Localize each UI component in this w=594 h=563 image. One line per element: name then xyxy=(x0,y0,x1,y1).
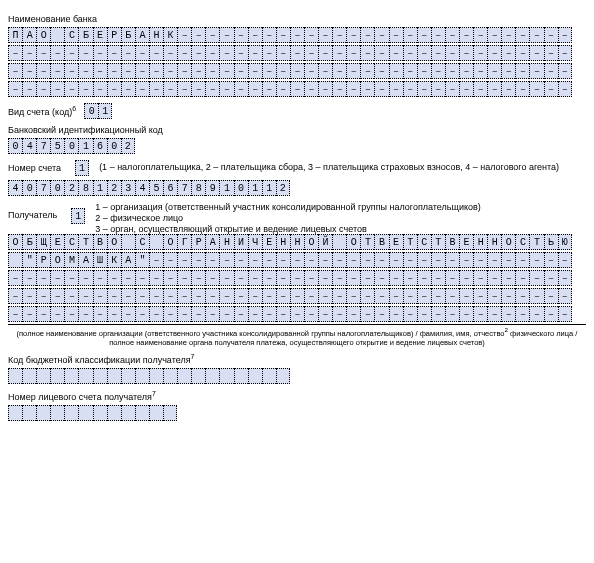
cell[interactable]: – xyxy=(36,45,50,61)
cell[interactable]: – xyxy=(191,81,205,97)
cell[interactable]: В xyxy=(93,234,107,250)
cell[interactable]: – xyxy=(431,81,445,97)
cell[interactable]: – xyxy=(64,63,78,79)
cell[interactable] xyxy=(50,368,64,384)
cell[interactable] xyxy=(36,368,50,384)
cell[interactable]: – xyxy=(191,306,205,322)
cell[interactable]: – xyxy=(332,27,346,43)
cell[interactable]: – xyxy=(290,306,304,322)
cell[interactable]: 0 xyxy=(8,138,22,154)
cell[interactable]: Е xyxy=(93,27,107,43)
cell[interactable]: – xyxy=(93,81,107,97)
cell[interactable]: – xyxy=(403,81,417,97)
cell[interactable]: – xyxy=(544,27,558,43)
cell[interactable]: 0 xyxy=(22,180,36,196)
cell[interactable]: Т xyxy=(431,234,445,250)
cell[interactable]: – xyxy=(318,63,332,79)
cell[interactable]: 2 xyxy=(276,180,290,196)
cell[interactable]: А xyxy=(135,27,149,43)
cell[interactable]: – xyxy=(487,270,501,286)
cell[interactable]: К xyxy=(107,252,121,268)
cell[interactable]: – xyxy=(107,63,121,79)
cell[interactable]: Ь xyxy=(544,234,558,250)
cell[interactable]: О xyxy=(163,234,177,250)
cell[interactable]: – xyxy=(50,270,64,286)
cell[interactable]: – xyxy=(78,81,92,97)
cell[interactable]: – xyxy=(234,81,248,97)
cell[interactable]: – xyxy=(177,252,191,268)
cell[interactable]: – xyxy=(248,63,262,79)
cell[interactable]: – xyxy=(332,45,346,61)
cell[interactable]: 9 xyxy=(205,180,219,196)
cell[interactable]: – xyxy=(445,27,459,43)
cell[interactable]: – xyxy=(262,45,276,61)
cell[interactable]: О xyxy=(304,234,318,250)
cell[interactable]: О xyxy=(8,234,22,250)
cell[interactable]: – xyxy=(149,306,163,322)
cell[interactable]: – xyxy=(290,63,304,79)
cell[interactable]: – xyxy=(205,288,219,304)
cell[interactable] xyxy=(93,368,107,384)
cell[interactable]: – xyxy=(417,63,431,79)
cell[interactable]: – xyxy=(544,270,558,286)
cell[interactable]: 1 xyxy=(75,160,89,176)
cell[interactable]: – xyxy=(163,270,177,286)
cell[interactable]: – xyxy=(473,270,487,286)
cell[interactable]: Н xyxy=(487,234,501,250)
cell[interactable]: – xyxy=(107,306,121,322)
cell[interactable]: С xyxy=(64,234,78,250)
cell[interactable]: – xyxy=(276,252,290,268)
cell[interactable]: – xyxy=(78,63,92,79)
cell[interactable]: – xyxy=(304,288,318,304)
cell[interactable]: С xyxy=(515,234,529,250)
cell[interactable]: Щ xyxy=(36,234,50,250)
cell[interactable]: – xyxy=(529,306,543,322)
cell[interactable]: – xyxy=(445,252,459,268)
cell[interactable] xyxy=(248,368,262,384)
cell[interactable]: – xyxy=(191,270,205,286)
cell[interactable]: – xyxy=(304,45,318,61)
cell[interactable]: – xyxy=(234,306,248,322)
cell[interactable]: – xyxy=(389,288,403,304)
cell[interactable]: – xyxy=(431,27,445,43)
cell[interactable]: – xyxy=(544,81,558,97)
cell[interactable]: – xyxy=(163,45,177,61)
cell[interactable]: – xyxy=(191,45,205,61)
cell[interactable]: – xyxy=(64,288,78,304)
cell[interactable]: – xyxy=(290,81,304,97)
cell[interactable]: – xyxy=(262,63,276,79)
cell[interactable]: – xyxy=(318,306,332,322)
cell[interactable]: – xyxy=(459,252,473,268)
cell[interactable]: – xyxy=(487,81,501,97)
cell[interactable]: – xyxy=(248,288,262,304)
cell[interactable]: – xyxy=(417,27,431,43)
cell[interactable]: – xyxy=(501,45,515,61)
cell[interactable]: 1 xyxy=(93,180,107,196)
cell[interactable]: – xyxy=(50,81,64,97)
cell[interactable]: – xyxy=(459,63,473,79)
cell[interactable]: – xyxy=(93,63,107,79)
cell[interactable]: – xyxy=(191,288,205,304)
cell[interactable]: – xyxy=(64,306,78,322)
cell[interactable]: – xyxy=(219,63,233,79)
cell[interactable]: – xyxy=(149,63,163,79)
cell[interactable] xyxy=(50,27,64,43)
cell[interactable]: – xyxy=(501,288,515,304)
cell[interactable]: 7 xyxy=(36,138,50,154)
cell[interactable]: – xyxy=(135,63,149,79)
cell[interactable]: – xyxy=(121,45,135,61)
cell[interactable]: " xyxy=(22,252,36,268)
cell[interactable]: – xyxy=(389,81,403,97)
cell[interactable] xyxy=(163,368,177,384)
cell[interactable]: " xyxy=(135,252,149,268)
cell[interactable]: – xyxy=(544,288,558,304)
cell[interactable]: – xyxy=(473,288,487,304)
cell[interactable]: – xyxy=(290,270,304,286)
cell[interactable]: – xyxy=(403,288,417,304)
cell[interactable]: – xyxy=(417,306,431,322)
cell[interactable]: – xyxy=(149,45,163,61)
cell[interactable]: – xyxy=(135,270,149,286)
cell[interactable]: – xyxy=(346,81,360,97)
cell[interactable]: – xyxy=(64,45,78,61)
cell[interactable]: – xyxy=(8,81,22,97)
